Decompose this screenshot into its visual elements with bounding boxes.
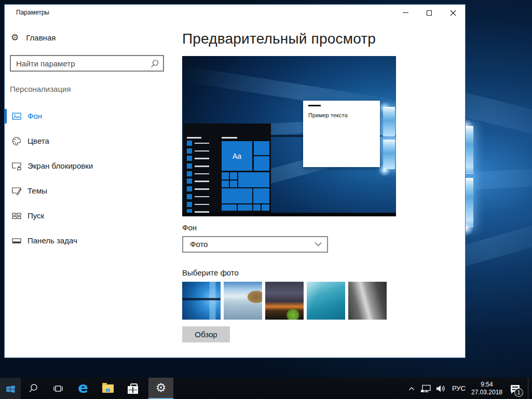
photo-thumbnail-rock-face[interactable]: [348, 282, 387, 320]
start-menu-tile: [238, 204, 252, 211]
browse-button[interactable]: Обзор: [182, 326, 230, 342]
network-tray-button[interactable]: [419, 378, 433, 399]
tile-text: Aa: [233, 152, 241, 160]
speaker-icon: [435, 383, 446, 394]
sample-text: Пример текста: [308, 112, 348, 118]
dropdown-selected-value: Фото: [190, 240, 208, 249]
start-menu-tile: [253, 188, 269, 203]
window-title: Параметры: [16, 9, 49, 16]
maximize-icon: [427, 10, 432, 16]
sidebar-item-colors[interactable]: Цвета: [5, 129, 177, 154]
image-icon: [11, 111, 22, 121]
logo-pane: [466, 178, 473, 227]
start-menu-tile: [254, 141, 269, 155]
photo-thumbnail-beach[interactable]: [224, 282, 262, 320]
background-label: Фон: [182, 223, 197, 232]
system-tray: РУС 9:54 27.03.2018 1: [404, 378, 532, 399]
store-icon: [128, 383, 138, 394]
maximize-button[interactable]: [417, 5, 441, 21]
start-menu-tile: [262, 204, 269, 211]
photo-thumbnails: [182, 282, 387, 320]
close-button[interactable]: [441, 5, 465, 21]
palette-icon: [11, 136, 22, 146]
photo-thumbnail-night-sky[interactable]: [265, 282, 304, 320]
sidebar-item-label: Экран блокировки: [28, 161, 93, 170]
volume-tray-button[interactable]: [433, 378, 448, 399]
preview-logo-pane: [383, 107, 395, 136]
preview-taskbar-strip: [182, 213, 396, 216]
start-menu-app-squares: [187, 141, 192, 216]
lock-screen-icon: [11, 161, 22, 171]
sidebar-item-background[interactable]: Фон: [5, 104, 177, 129]
taskbar-search-button[interactable]: [21, 378, 46, 399]
themes-icon: [11, 186, 22, 196]
photo-thumbnail-windows-hero[interactable]: [182, 282, 221, 320]
sidebar-item-label: Цвета: [28, 136, 49, 145]
taskbar: e ⚙ РУС 9:54 2: [0, 378, 532, 399]
section-header-personalization: Персонализация: [10, 85, 71, 93]
folder-icon: [102, 384, 114, 393]
choose-photo-label: Выберите фото: [182, 268, 239, 277]
start-menu-tile: [238, 172, 269, 187]
sidebar-item-lock-screen[interactable]: Экран блокировки: [5, 154, 177, 178]
wallpaper-windows-logo-glow: [466, 126, 473, 227]
gear-icon: ⚙: [156, 382, 167, 394]
windows-logo-icon: [5, 382, 16, 395]
selected-indicator: [5, 109, 7, 123]
chevron-down-icon: [315, 242, 322, 246]
logo-pane: [466, 126, 473, 174]
page-title: Предварительный просмотр: [182, 31, 376, 47]
edge-button[interactable]: e: [71, 378, 96, 399]
start-menu-app-labels: [195, 143, 209, 215]
desktop-preview: Aa Пример текста: [182, 56, 396, 216]
home-label: Главная: [26, 33, 56, 42]
sidebar-item-label: Панель задач: [28, 236, 77, 245]
chevron-up-icon: [407, 384, 416, 393]
file-explorer-button[interactable]: [96, 378, 120, 399]
start-menu-tile-aa: Aa: [222, 141, 252, 171]
sidebar-item-taskbar[interactable]: Панель задач: [5, 228, 177, 253]
taskbar-clock[interactable]: 9:54 27.03.2018: [470, 378, 504, 399]
gear-icon: ⚙: [11, 33, 19, 42]
start-menu-tile: [253, 204, 261, 211]
start-menu-tile: [222, 188, 252, 203]
sidebar-item-label: Пуск: [28, 211, 44, 220]
start-menu-tile: [254, 156, 269, 171]
start-menu-tile: [222, 172, 229, 180]
tray-chevron-button[interactable]: [404, 378, 419, 399]
start-button[interactable]: [0, 378, 21, 399]
search-icon: [28, 383, 39, 394]
start-menu-tile: [230, 181, 237, 187]
window-controls: [393, 5, 465, 21]
clock-date: 27.03.2018: [471, 389, 502, 396]
network-icon: [420, 383, 432, 394]
search-icon[interactable]: [149, 59, 160, 69]
close-icon: [450, 10, 456, 16]
sidebar-item-home[interactable]: ⚙ Главная: [11, 33, 56, 42]
preview-sample-window: Пример текста: [303, 101, 380, 167]
taskbar-icon: [11, 236, 22, 246]
show-desktop-button[interactable]: [528, 378, 532, 399]
background-type-dropdown[interactable]: Фото: [182, 236, 328, 253]
search-input[interactable]: [11, 56, 147, 71]
start-menu-tile: [222, 204, 237, 211]
start-menu-group-dash: [222, 137, 237, 139]
store-button[interactable]: [120, 378, 145, 399]
task-view-icon: [52, 383, 64, 394]
photo-thumbnail-underwater[interactable]: [307, 282, 345, 320]
minimize-icon: [403, 12, 408, 13]
edge-icon: e: [78, 380, 88, 395]
language-indicator[interactable]: РУС: [448, 378, 470, 399]
task-view-button[interactable]: [46, 378, 71, 399]
preview-start-menu: Aa: [184, 123, 271, 213]
settings-window: Параметры ⚙ Главная Персонализация Фон: [4, 4, 466, 358]
start-menu-header-dash: [187, 137, 201, 139]
glow-spark: [378, 164, 391, 176]
sidebar-item-themes[interactable]: Темы: [5, 178, 177, 203]
minimize-button[interactable]: [393, 5, 417, 21]
settings-search-box: [10, 55, 164, 72]
sidebar-item-start[interactable]: Пуск: [5, 203, 177, 228]
settings-taskbar-button[interactable]: ⚙: [148, 378, 173, 399]
clock-time: 9:54: [481, 381, 493, 389]
action-center-button[interactable]: 1: [504, 378, 526, 399]
